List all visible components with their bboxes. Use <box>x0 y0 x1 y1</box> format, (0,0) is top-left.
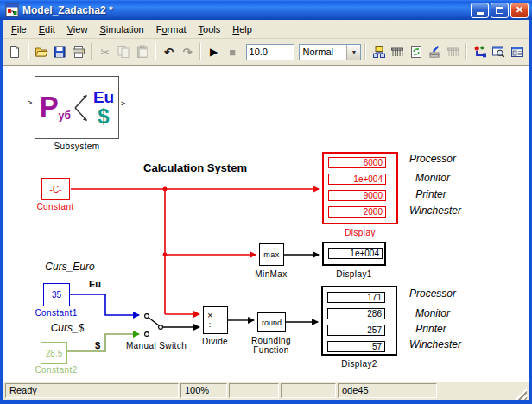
block-constant2[interactable]: 28.5 <box>41 342 67 364</box>
block-constant1[interactable]: 35 <box>43 283 70 306</box>
label-rounding-line1: Rounding <box>251 336 291 345</box>
save-model-button[interactable] <box>51 42 69 61</box>
chevron-down-icon: ▼ <box>346 45 360 60</box>
open-model-button[interactable] <box>33 42 51 61</box>
fence-icon <box>390 45 404 59</box>
block-constant[interactable]: -C- <box>41 178 70 200</box>
subsystem-inport-icon: > <box>28 98 32 107</box>
annotation-curs-euro[interactable]: Curs_Euro <box>45 261 94 273</box>
toolbar-separator <box>28 43 29 60</box>
block-divide[interactable]: × ÷ <box>203 306 228 334</box>
new-file-icon <box>8 45 22 59</box>
label-display2: Display2 <box>341 359 377 369</box>
block-display[interactable]: 6000 1e+004 9000 2000 <box>322 152 398 224</box>
start-simulation-button[interactable]: ▶ <box>205 42 223 61</box>
label-constant: Constant <box>36 202 73 211</box>
build-button[interactable] <box>426 42 444 61</box>
display-value-row: 171 <box>327 292 385 303</box>
menu-file[interactable]: File <box>5 22 33 37</box>
window-title: Model_Zadacha2 * <box>22 4 469 16</box>
minmax-text: max <box>263 250 280 259</box>
block-subsystem[interactable]: Pуб Eu $ <box>35 76 119 139</box>
copy-button[interactable] <box>115 42 133 61</box>
paste-button[interactable] <box>134 42 152 61</box>
constant1-value: 35 <box>52 290 61 300</box>
status-zoom: 100% <box>180 383 227 398</box>
menu-simulation[interactable]: Simulation <box>93 22 149 37</box>
menu-tools[interactable]: Tools <box>193 22 227 37</box>
label-manual-switch[interactable]: Manual Switch <box>126 341 187 350</box>
block-rounding-function[interactable]: round <box>257 312 286 332</box>
model-explorer-button[interactable] <box>490 42 508 61</box>
toolbar-separator <box>155 43 156 60</box>
print-button[interactable] <box>70 42 88 61</box>
menu-edit[interactable]: Edit <box>33 22 61 37</box>
label-minmax: MinMax <box>255 269 287 279</box>
paste-icon <box>136 45 149 59</box>
annotation-monitor[interactable]: Monitor <box>415 172 450 184</box>
annotation-calculation-system[interactable]: Calculation System <box>143 161 247 174</box>
toolbar-separator <box>364 43 366 60</box>
maximize-button[interactable] <box>491 3 509 18</box>
annotation-winchester[interactable]: Winchester <box>409 205 461 217</box>
simulink-library-icon <box>473 45 487 59</box>
rounding-text: round <box>262 319 282 327</box>
block-minmax[interactable]: max <box>259 243 284 266</box>
status-panel-empty <box>281 383 336 398</box>
annotation-monitor[interactable]: Monitor <box>415 307 450 319</box>
signal-label-eu[interactable]: Eu <box>89 279 101 289</box>
refresh-page-icon <box>409 45 423 59</box>
annotation-processor[interactable]: Processor <box>409 153 456 165</box>
annotation-printer[interactable]: Printer <box>415 323 446 335</box>
resize-grip[interactable] <box>516 388 527 400</box>
annotation-winchester[interactable]: Winchester <box>409 338 461 350</box>
simulation-mode-select[interactable]: Normal ▼ <box>299 44 362 60</box>
constant-value: -C- <box>50 185 62 194</box>
display-value-row: 257 <box>327 325 385 336</box>
label-constant2: Constant2 <box>35 365 77 375</box>
copy-icon <box>117 45 130 59</box>
simulation-mode-value: Normal <box>300 47 347 57</box>
divide-div-symbol: ÷ <box>207 320 212 330</box>
redo-button[interactable]: ↷ <box>179 42 197 61</box>
titlebar: Model_Zadacha2 * ✕ <box>0 0 532 20</box>
signal-label-dollar[interactable]: $ <box>95 340 100 350</box>
maximize-icon <box>496 7 504 14</box>
branch-arrows-icon <box>73 90 91 126</box>
annotation-processor[interactable]: Processor <box>409 287 456 300</box>
new-model-button[interactable] <box>6 42 24 61</box>
library-links-button[interactable] <box>389 42 407 61</box>
undo-button[interactable]: ↶ <box>160 42 178 61</box>
annotation-curs-dollar[interactable]: Curs_$ <box>51 322 85 334</box>
simulation-stop-time-input[interactable] <box>246 44 294 60</box>
workspace-button[interactable] <box>509 42 527 61</box>
menu-format[interactable]: Format <box>150 22 193 37</box>
save-floppy-icon <box>53 45 66 59</box>
block-display2[interactable]: 171 286 257 57 <box>321 286 397 356</box>
library-browser-button[interactable] <box>471 42 489 61</box>
display-value-row: 1e+004 <box>328 174 386 185</box>
model-browser-icon <box>372 45 386 59</box>
display-value-row: 2000 <box>328 206 386 218</box>
stop-simulation-button[interactable]: ■ <box>224 42 242 61</box>
display-value-row: 286 <box>327 308 385 319</box>
cut-icon: ✂ <box>100 47 110 58</box>
close-button[interactable]: ✕ <box>510 3 529 18</box>
window-magnifier-icon <box>491 45 505 59</box>
label-display: Display <box>345 228 376 237</box>
minimize-button[interactable] <box>471 3 489 18</box>
display-value-row: 9000 <box>328 190 386 201</box>
toolbar-separator <box>466 43 467 60</box>
update-diagram-button[interactable] <box>408 42 426 61</box>
block-display1[interactable]: 1e+004 <box>322 242 386 266</box>
subsystem-rub-glyph: Pуб <box>40 92 71 122</box>
stop-icon: ■ <box>229 47 236 58</box>
menu-view[interactable]: View <box>61 22 94 37</box>
status-panel-empty <box>229 383 279 398</box>
library-lock-button[interactable] <box>445 42 463 61</box>
cut-button[interactable]: ✂ <box>96 42 114 61</box>
status-state: Ready <box>5 383 179 398</box>
menu-help[interactable]: Help <box>226 22 258 37</box>
annotation-printer[interactable]: Printer <box>415 188 446 200</box>
model-browser-button[interactable] <box>370 42 388 61</box>
